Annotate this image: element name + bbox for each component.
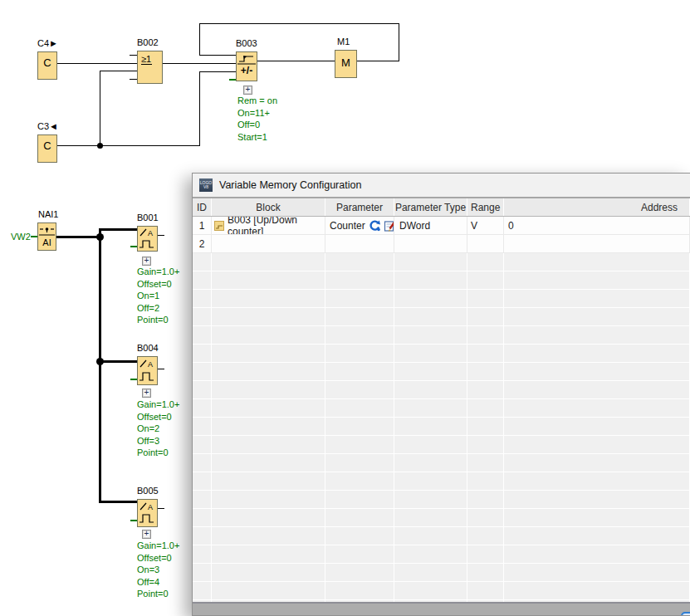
param-line: Offset=0 xyxy=(137,278,179,291)
counter-block-icon xyxy=(214,221,224,231)
row-block-cell[interactable] xyxy=(212,235,325,252)
table-row-empty[interactable] xyxy=(193,363,690,381)
block-b001-analog-trigger[interactable]: A xyxy=(137,226,158,252)
table-row[interactable]: 1 B003 [Up/Down counter] Counter xyxy=(193,217,690,235)
expand-params-button-b005[interactable]: + xyxy=(142,530,151,539)
empty-cell xyxy=(193,454,212,472)
block-b004-analog-trigger[interactable]: A xyxy=(137,356,158,385)
block-nai1-network-analog-input[interactable]: AI xyxy=(37,222,56,251)
empty-cell xyxy=(394,253,467,271)
table-row-empty[interactable] xyxy=(193,326,690,345)
empty-cell xyxy=(394,399,467,417)
empty-cell xyxy=(325,527,394,545)
table-row-empty[interactable] xyxy=(193,271,690,290)
app-icon-text-bottom: V8 xyxy=(203,185,208,189)
empty-cell xyxy=(394,472,467,490)
table-row-empty[interactable] xyxy=(193,381,690,399)
table-row-empty[interactable] xyxy=(193,527,690,545)
empty-cell xyxy=(504,418,690,435)
empty-cell xyxy=(193,326,212,344)
empty-cell xyxy=(394,545,467,563)
connection-wire xyxy=(99,501,137,503)
empty-cell xyxy=(325,564,394,581)
table-row[interactable]: 2 xyxy=(193,235,690,253)
empty-cell xyxy=(467,363,504,380)
logo-app-icon: LOGO V8 xyxy=(199,178,213,192)
block-b003-updown-counter[interactable]: +/- xyxy=(236,51,257,81)
table-row-empty[interactable] xyxy=(193,545,690,564)
param-line: Gain=1.0+ xyxy=(137,266,179,278)
connection-wire xyxy=(57,145,199,146)
param-line: On=3 xyxy=(137,564,179,576)
unconnected-pin-wire xyxy=(130,520,137,521)
c-glyph: C xyxy=(38,56,56,69)
empty-cell xyxy=(504,564,690,581)
block-m1-flag[interactable]: M xyxy=(335,50,357,78)
table-row-empty[interactable] xyxy=(193,582,690,600)
table-row-empty[interactable] xyxy=(193,418,690,436)
block-c3-cursor-key[interactable]: C xyxy=(37,134,57,163)
analog-trigger-icon: A xyxy=(138,357,157,384)
row-parameter-cell[interactable] xyxy=(325,235,394,252)
connection-wire xyxy=(158,369,164,369)
empty-cell xyxy=(504,381,690,398)
empty-cell xyxy=(212,564,325,581)
table-row-empty[interactable] xyxy=(193,308,690,326)
row-block-cell[interactable]: B003 [Up/Down counter] xyxy=(212,217,325,234)
network-analog-input-icon: AI xyxy=(38,223,56,250)
header-range: Range xyxy=(467,198,504,216)
empty-cell xyxy=(193,472,212,490)
empty-cell xyxy=(467,253,504,271)
empty-cell xyxy=(325,381,394,398)
table-row-empty[interactable] xyxy=(193,509,690,527)
empty-cell xyxy=(504,527,690,545)
connection-wire xyxy=(257,61,335,61)
block-c4-cursor-key[interactable]: C xyxy=(37,51,57,80)
expand-params-button-b003[interactable]: + xyxy=(243,86,252,95)
table-row-empty[interactable] xyxy=(193,345,690,363)
empty-cell xyxy=(467,290,504,307)
empty-cell xyxy=(394,454,467,472)
empty-cell xyxy=(325,472,394,490)
empty-cell xyxy=(394,290,467,307)
table-row-empty[interactable] xyxy=(193,290,690,308)
unconnected-pin-wire xyxy=(229,79,236,81)
variable-memory-configuration-dialog: LOGO V8 Variable Memory Configuration ID… xyxy=(192,173,690,616)
empty-cell xyxy=(394,491,467,508)
table-row-empty[interactable] xyxy=(193,472,690,491)
empty-cell xyxy=(504,454,690,472)
table-row-empty[interactable] xyxy=(193,436,690,454)
connection-wire xyxy=(199,71,200,146)
empty-cell xyxy=(504,436,690,453)
table-row-empty[interactable] xyxy=(193,564,690,582)
empty-cell xyxy=(325,290,394,307)
empty-cell xyxy=(467,582,504,599)
row-address[interactable]: 0 xyxy=(504,217,690,234)
logo-soft-comfort-window: C4► C C3◄ C B002 ≥1 B003 +/- M1 M + Rem … xyxy=(0,0,690,616)
empty-cell xyxy=(212,491,325,508)
row-parameter-cell[interactable]: Counter xyxy=(325,217,394,234)
edit-parameter-icon[interactable] xyxy=(384,219,394,232)
row-address[interactable] xyxy=(504,235,690,252)
expand-params-button-b001[interactable]: + xyxy=(142,257,151,266)
expand-params-button-b004[interactable]: + xyxy=(142,389,151,398)
dialog-titlebar[interactable]: LOGO V8 Variable Memory Configuration xyxy=(193,174,690,198)
empty-cell xyxy=(212,271,325,289)
table-row-empty[interactable] xyxy=(193,454,690,472)
param-text-b001: Gain=1.0+ Offset=0 On=1 Off=2 Point=0 xyxy=(137,266,179,326)
block-b002-or[interactable]: ≥1 xyxy=(137,51,163,84)
empty-cell xyxy=(467,418,504,435)
table-row-empty[interactable] xyxy=(193,253,690,271)
param-line: Rem = on xyxy=(237,95,277,107)
empty-cell xyxy=(212,381,325,398)
empty-cell xyxy=(504,472,690,490)
refresh-parameter-icon[interactable] xyxy=(368,219,381,232)
empty-cell xyxy=(504,545,690,563)
param-line: On=2 xyxy=(137,423,179,435)
block-label-b004: B004 xyxy=(137,343,159,353)
block-b005-analog-trigger[interactable]: A xyxy=(137,499,158,527)
table-row-empty[interactable] xyxy=(193,491,690,509)
ok-button-partial[interactable] xyxy=(681,612,690,616)
connection-wire xyxy=(158,508,164,509)
table-row-empty[interactable] xyxy=(193,399,690,418)
